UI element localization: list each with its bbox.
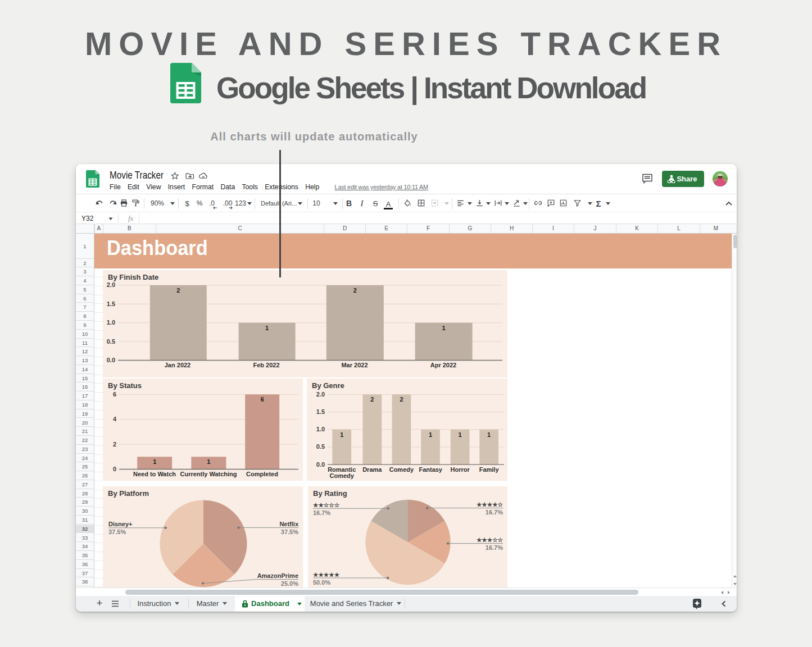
svg-text:37.5%: 37.5% (108, 528, 126, 535)
svg-text:1.0: 1.0 (316, 426, 325, 432)
svg-text:1: 1 (487, 431, 491, 438)
svg-text:0.0: 0.0 (107, 357, 115, 363)
svg-text:1: 1 (207, 458, 210, 465)
svg-text:Fantasy: Fantasy (419, 466, 442, 473)
svg-text:0.5: 0.5 (107, 338, 115, 345)
svg-text:★★★★★: ★★★★★ (313, 571, 340, 578)
svg-text:2: 2 (113, 441, 116, 448)
svg-text:1: 1 (442, 325, 446, 331)
svg-text:Need to Watch: Need to Watch (133, 471, 176, 477)
svg-text:★★★★☆: ★★★★☆ (477, 501, 503, 508)
svg-text:Currently Watching: Currently Watching (180, 471, 237, 477)
svg-text:1.5: 1.5 (316, 408, 325, 415)
svg-text:25.0%: 25.0% (281, 580, 298, 587)
svg-text:0: 0 (113, 466, 116, 472)
svg-text:1: 1 (265, 325, 269, 331)
svg-text:2: 2 (370, 396, 374, 403)
svg-text:2: 2 (400, 396, 403, 403)
svg-text:Apr 2022: Apr 2022 (430, 362, 456, 368)
svg-text:37.5%: 37.5% (281, 528, 298, 535)
svg-text:16.7%: 16.7% (313, 509, 330, 516)
svg-text:16.7%: 16.7% (486, 544, 503, 551)
svg-text:Jan 2022: Jan 2022 (165, 362, 190, 368)
svg-text:Drama: Drama (362, 466, 382, 473)
svg-text:Disney+: Disney+ (108, 521, 133, 527)
svg-text:Netflix: Netflix (279, 521, 299, 527)
svg-text:Family: Family (479, 466, 500, 473)
svg-text:AmazonPrime: AmazonPrime (257, 572, 298, 579)
svg-text:6: 6 (261, 396, 264, 403)
svg-text:Comedy: Comedy (389, 466, 414, 473)
svg-text:Horror: Horror (450, 466, 470, 473)
svg-text:2: 2 (353, 287, 357, 294)
svg-text:1: 1 (429, 431, 432, 438)
svg-text:1: 1 (153, 458, 156, 465)
svg-text:1: 1 (340, 431, 343, 438)
svg-text:4: 4 (113, 416, 117, 422)
svg-text:1.0: 1.0 (107, 319, 115, 326)
svg-text:0.0: 0.0 (316, 461, 325, 468)
svg-text:Mar 2022: Mar 2022 (341, 362, 368, 368)
svg-text:1: 1 (459, 431, 462, 438)
svg-text:2.0: 2.0 (107, 281, 115, 288)
svg-text:2.0: 2.0 (316, 391, 325, 398)
svg-text:6: 6 (113, 391, 116, 398)
svg-text:50.0%: 50.0% (313, 579, 330, 586)
svg-text:1.5: 1.5 (107, 300, 115, 307)
svg-text:2: 2 (176, 287, 180, 294)
svg-text:16.7%: 16.7% (486, 509, 503, 516)
svg-text:★★☆☆☆: ★★☆☆☆ (313, 502, 340, 508)
svg-text:★★★☆☆: ★★★☆☆ (477, 536, 503, 543)
svg-text:Feb 2022: Feb 2022 (253, 362, 279, 368)
svg-text:0.5: 0.5 (316, 443, 325, 450)
svg-text:Comedy: Comedy (329, 472, 354, 479)
svg-text:Completed: Completed (246, 471, 278, 477)
